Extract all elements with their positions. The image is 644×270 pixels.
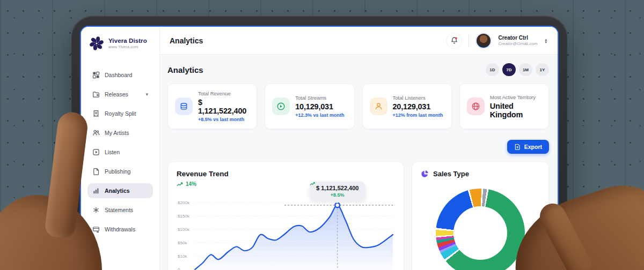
sidebar-item-label: Publishing [105,168,130,175]
notification-dot [455,38,457,40]
stat-value: 10,129,031 [295,102,344,111]
export-button[interactable]: Export [507,140,549,154]
sidebar-item-label: Listen [105,149,120,155]
stat-value: United Kingdom [490,102,541,119]
line-chart-svg: $200k$150k$100k$50k$10k0 [177,189,395,270]
user-email: Creator@Gmail.com [498,41,537,46]
stat-title: Most Active Territory [490,94,541,100]
brand-name: Yivera Distro [108,38,147,44]
sidebar-item-label: Dashboard [105,72,132,78]
svg-text:$150k: $150k [178,214,190,219]
statement-icon [92,206,100,214]
brand-url: www.Yivera.com [108,44,147,49]
notifications-button[interactable] [446,33,462,49]
sidebar-item-dashboard[interactable]: Dashboard [87,68,153,82]
sidebar-item-label: Analytics [105,188,130,194]
pinwheel-logo-icon [89,35,105,51]
sidebar-item-my-artists[interactable]: My Artists [87,125,153,140]
pie-chart-icon [421,170,429,178]
stat-card-total-listeners: Total Listeners 20,129,031 +12% from las… [362,84,452,129]
tablet-device: Yivera Distro www.Yivera.com Dashboard R… [71,15,567,270]
play-square-icon [92,148,100,156]
user-info: Creator Ctrl Creator@Gmail.com [498,35,537,46]
stat-value: $ 1,121,522,400 [198,98,250,115]
page-title: Analytics [170,36,203,45]
sidebar-item-listen[interactable]: Listen [87,145,153,160]
user-name: Creator Ctrl [498,35,537,41]
stat-card-most-active-territory: Most Active Territory United Kingdom [459,84,549,129]
svg-text:0: 0 [178,267,180,270]
person-icon [370,98,387,115]
bar-chart-icon [92,187,100,194]
range-pill-1m[interactable]: 1M [519,63,532,76]
stat-delta: +8.5% vs last month [198,117,250,122]
analytics-content: Analytics 1D7D1M1Y Total Revenue $ 1,121… [160,55,558,270]
stat-card-total-streams: Total Streams 10,129,031 +12.3% vs last … [265,84,354,129]
stat-title: Total Revenue [198,91,250,96]
stat-value: 20,129,031 [393,102,443,111]
bell-icon [450,36,458,44]
chart-tooltip: $ 1,121,522,400 +8.5% [310,182,365,200]
trend-up-icon [310,182,315,186]
tooltip-delta: +8.5% [316,192,359,198]
stat-title: Total Listeners [393,95,443,101]
sidebar-item-label: Withdrawals [105,226,135,232]
sidebar-item-withdrawals[interactable]: Withdrawals [87,222,153,237]
coins-icon [175,98,193,115]
revenue-line-chart: $ 1,121,522,400 +8.5% [177,189,395,270]
sidebar-item-publishing[interactable]: Publishing [87,164,153,179]
stat-card-total-revenue: Total Revenue $ 1,121,522,400 +8.5% vs l… [167,84,257,129]
sidebar-item-royalty-split[interactable]: Royalty Split [87,106,153,121]
sidebar-item-label: Releases [105,91,128,98]
globe-icon [467,98,485,115]
stat-delta: +12% from last month [393,112,443,118]
divider [469,34,469,48]
stat-title: Total Streams [295,95,344,101]
sidebar-item-label: Statements [105,207,133,213]
section-title: Analytics [167,65,203,74]
chevron-updown-icon[interactable]: ▴▾ [545,38,547,43]
stat-cards: Total Revenue $ 1,121,522,400 +8.5% vs l… [167,84,549,129]
range-pill-1y[interactable]: 1Y [536,63,549,76]
svg-text:$10k: $10k [178,254,187,259]
time-range-group: 1D7D1M1Y [486,63,549,76]
sidebar-item-releases[interactable]: Releases ▾ [87,87,153,102]
play-circle-icon [272,98,290,115]
folder-icon [92,91,100,98]
range-pill-7d[interactable]: 7D [502,63,516,76]
revenue-trend-card: Revenue Trend 14% $ 1,121,522,400 +8.5% [167,161,404,270]
export-label: Export [524,144,542,150]
tablet-screen: Yivera Distro www.Yivera.com Dashboard R… [80,26,559,270]
sidebar-item-analytics[interactable]: Analytics [87,183,153,198]
dashboard-icon [92,71,100,79]
sales-type-title: Sales Type [433,170,469,178]
svg-text:$200k: $200k [178,200,190,205]
brand: Yivera Distro www.Yivera.com [87,35,153,51]
topbar: Analytics Creator Ctrl Creator@Gmail.com [160,27,558,55]
receipt-icon [92,110,100,117]
stat-delta: +12.3% vs last month [295,112,344,118]
tooltip-value: $ 1,121,522,400 [316,185,359,191]
svg-text:$100k: $100k [178,227,190,232]
trend-up-icon [177,182,183,187]
sales-type-donut-chart [436,189,525,270]
sidebar-item-label: Royalty Split [105,110,136,117]
document-icon [92,168,100,175]
sidebar-item-label: My Artists [105,130,129,136]
revenue-trend-title: Revenue Trend [177,170,395,178]
people-icon [92,129,100,137]
svg-text:$50k: $50k [178,241,187,245]
sidebar-nav: Dashboard Releases ▾ Royalty Split My Ar… [87,68,153,237]
chevron-down-icon: ▾ [145,92,148,97]
avatar[interactable] [475,33,492,49]
card-icon [92,226,100,233]
range-pill-1d[interactable]: 1D [486,63,499,76]
sidebar-item-statements[interactable]: Statements [87,202,153,218]
export-doc-icon [514,144,521,150]
